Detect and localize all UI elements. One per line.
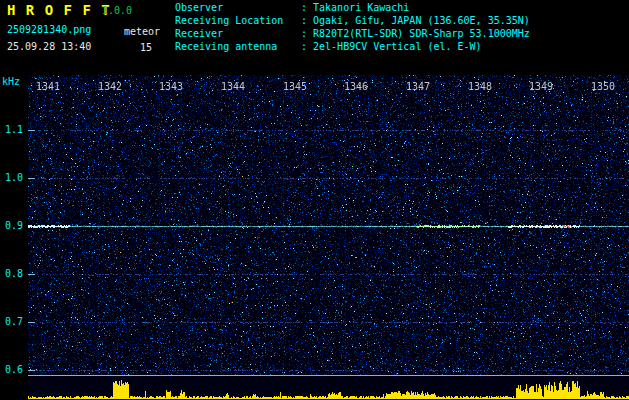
info-separator: : bbox=[301, 28, 307, 39]
info-row-antenna: Receiving antenna:2el-HB9CV Vertical (el… bbox=[175, 41, 530, 54]
info-separator: : bbox=[301, 15, 307, 26]
info-label: Receiver bbox=[175, 28, 301, 39]
x-tick: 1346 bbox=[344, 81, 368, 92]
info-label: Observer bbox=[175, 2, 301, 13]
x-tick: 1343 bbox=[159, 81, 183, 92]
info-separator: : bbox=[301, 41, 307, 52]
y-tick: 0.8 bbox=[5, 268, 23, 279]
x-tick: 1348 bbox=[468, 81, 492, 92]
x-tick: 1341 bbox=[36, 81, 60, 92]
info-label: Receiving Location bbox=[175, 15, 301, 26]
info-label: Receiving antenna bbox=[175, 41, 301, 52]
info-value: Ogaki, Gifu, JAPAN (136.60E, 35.35N) bbox=[313, 15, 530, 26]
info-value: R820T2(RTL-SDR) SDR-Sharp 53.1000MHz bbox=[313, 28, 530, 39]
y-axis: kHz 1.1 1.0 0.9 0.8 0.7 0.6 bbox=[0, 75, 28, 400]
y-tick: 0.6 bbox=[5, 364, 23, 375]
app-title: H R O F F T bbox=[7, 2, 111, 18]
info-value: Takanori Kawachi bbox=[313, 2, 409, 13]
x-tick: 1342 bbox=[98, 81, 122, 92]
y-axis-unit: kHz bbox=[2, 76, 20, 87]
info-row-location: Receiving Location:Ogaki, Gifu, JAPAN (1… bbox=[175, 15, 530, 28]
observation-datetime: 25.09.28 13:40 bbox=[7, 41, 91, 52]
output-filename: 2509281340.png bbox=[7, 24, 91, 35]
y-tick: 0.7 bbox=[5, 316, 23, 327]
x-axis: 1341 1342 1343 1344 1345 1346 1347 1348 … bbox=[28, 81, 629, 93]
info-value: 2el-HB9CV Vertical (el. E-W) bbox=[313, 41, 482, 52]
x-tick: 1350 bbox=[591, 81, 615, 92]
x-tick: 1347 bbox=[406, 81, 430, 92]
x-tick: 1345 bbox=[283, 81, 307, 92]
station-info: Observer:Takanori Kawachi Receiving Loca… bbox=[175, 2, 530, 54]
x-tick: 1344 bbox=[221, 81, 245, 92]
info-separator: : bbox=[301, 2, 307, 13]
y-tick: 1.1 bbox=[5, 124, 23, 135]
y-tick: 0.9 bbox=[5, 220, 23, 231]
app-version: 1.0.0 bbox=[102, 5, 132, 16]
y-tick: 1.0 bbox=[5, 172, 23, 183]
spectrogram-canvas bbox=[28, 75, 629, 400]
hrofft-window: H R O F F T 1.0.0 2509281340.png meteor … bbox=[0, 0, 629, 400]
x-tick: 1349 bbox=[529, 81, 553, 92]
echo-count: 15 bbox=[140, 42, 152, 53]
info-row-receiver: Receiver:R820T2(RTL-SDR) SDR-Sharp 53.10… bbox=[175, 28, 530, 41]
observation-mode: meteor bbox=[124, 26, 160, 37]
info-row-observer: Observer:Takanori Kawachi bbox=[175, 2, 530, 15]
